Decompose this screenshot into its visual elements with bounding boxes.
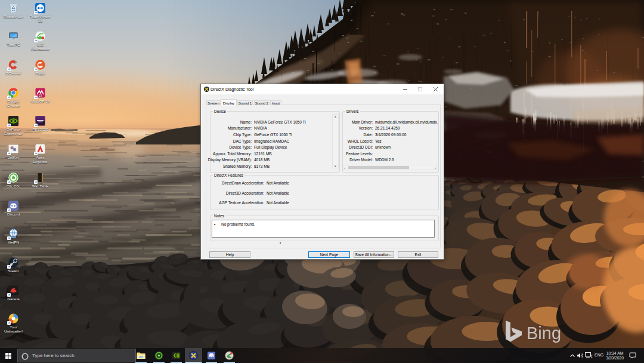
svg-text:Bing: Bing <box>527 324 561 343</box>
svg-text:K: K <box>14 147 17 151</box>
svg-text:19: 19 <box>39 94 42 97</box>
